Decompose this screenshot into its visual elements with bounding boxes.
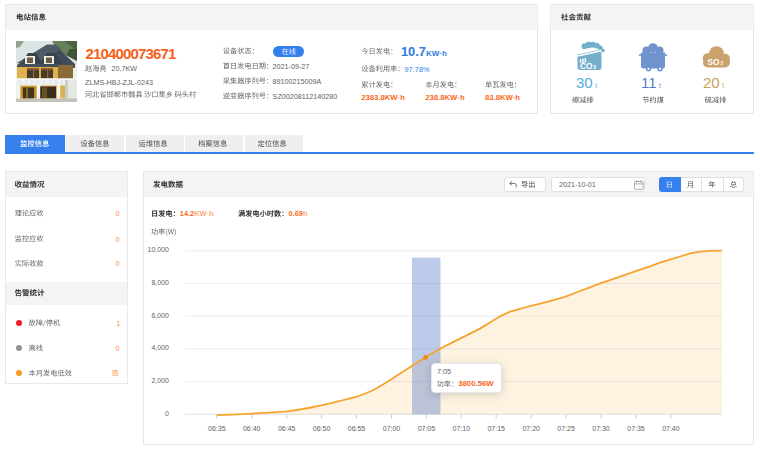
- svg-text:CO: CO: [580, 61, 593, 71]
- svg-text:2: 2: [721, 61, 724, 66]
- svg-text:SO: SO: [708, 58, 720, 67]
- svg-text:2: 2: [593, 64, 596, 70]
